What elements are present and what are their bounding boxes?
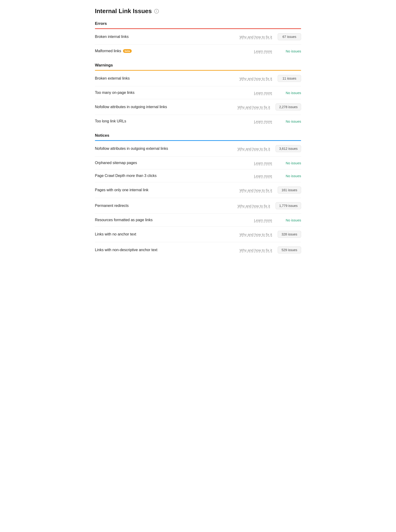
issue-actions: Learn moreNo issues xyxy=(254,119,301,123)
learn-more-link[interactable]: Learn more xyxy=(254,91,272,95)
learn-more-link[interactable]: Learn more xyxy=(254,218,272,222)
issue-name-text: Broken internal links xyxy=(95,35,129,39)
issue-name-text: Permanent redirects xyxy=(95,204,129,208)
issue-name-text: Links with no anchor text xyxy=(95,232,136,236)
issue-name-text: Resources formatted as page links xyxy=(95,218,152,222)
no-issues-label: No issues xyxy=(278,161,301,165)
issue-actions: Why and how to fix it529 issues xyxy=(240,246,301,254)
no-issues-label: No issues xyxy=(278,174,301,178)
issues-badge[interactable]: 1,779 issues xyxy=(276,202,301,209)
issue-name: Resources formatted as page links xyxy=(95,218,254,222)
section-header-warnings: Warnings xyxy=(95,63,301,71)
no-issues-label: No issues xyxy=(278,218,301,222)
issue-row: Links with no anchor textWhy and how to … xyxy=(95,226,301,242)
issue-name: Pages with only one internal link xyxy=(95,188,240,192)
issue-name-text: Too many on-page links xyxy=(95,91,134,95)
issue-name: Page Crawl Depth more than 3 clicks xyxy=(95,174,254,178)
issue-actions: Why and how to fix it161 issues xyxy=(240,187,301,193)
issue-name-text: Malformed links xyxy=(95,49,121,53)
why-fix-link[interactable]: Why and how to fix it xyxy=(240,232,272,236)
why-fix-link[interactable]: Why and how to fix it xyxy=(240,35,272,39)
issue-row: Too many on-page linksLearn moreNo issue… xyxy=(95,86,301,99)
info-icon[interactable]: i xyxy=(154,9,159,14)
issue-name-text: Pages with only one internal link xyxy=(95,188,149,192)
issue-row: Permanent redirectsWhy and how to fix it… xyxy=(95,198,301,214)
issue-name: Orphaned sitemap pages xyxy=(95,161,254,165)
no-issues-label: No issues xyxy=(278,91,301,95)
beta-badge: beta xyxy=(123,49,132,53)
issue-name: Broken internal links xyxy=(95,35,240,39)
issue-name: Links with non-descriptive anchor text xyxy=(95,248,240,252)
why-fix-link[interactable]: Why and how to fix it xyxy=(240,188,272,192)
no-issues-label: No issues xyxy=(278,119,301,123)
learn-more-link[interactable]: Learn more xyxy=(254,174,272,178)
section-label-notices: Notices xyxy=(95,133,301,140)
sections-container: ErrorsBroken internal linksWhy and how t… xyxy=(95,21,301,258)
section-label-warnings: Warnings xyxy=(95,63,301,70)
section-notices: NoticesNofollow attributes in outgoing e… xyxy=(95,133,301,258)
issue-name-text: Links with non-descriptive anchor text xyxy=(95,248,157,252)
issue-name-text: Page Crawl Depth more than 3 clicks xyxy=(95,174,157,178)
section-header-errors: Errors xyxy=(95,21,301,29)
why-fix-link[interactable]: Why and how to fix it xyxy=(238,204,270,208)
page-header: Internal Link Issues i xyxy=(95,7,301,15)
learn-more-link[interactable]: Learn more xyxy=(254,161,272,165)
section-label-errors: Errors xyxy=(95,21,301,28)
learn-more-link[interactable]: Learn more xyxy=(254,49,272,53)
issues-badge[interactable]: 11 issues xyxy=(278,75,301,82)
issue-actions: Learn moreNo issues xyxy=(254,91,301,95)
issue-actions: Why and how to fix it67 issues xyxy=(240,33,301,40)
why-fix-link[interactable]: Why and how to fix it xyxy=(240,248,272,252)
issues-badge[interactable]: 67 issues xyxy=(278,33,301,40)
issue-name: Broken external links xyxy=(95,76,240,80)
issue-name-text: Nofollow attributes in outgoing external… xyxy=(95,147,168,151)
issue-actions: Why and how to fix it3,612 issues xyxy=(238,145,301,152)
issue-row: Pages with only one internal linkWhy and… xyxy=(95,182,301,198)
issue-actions: Why and how to fix it11 issues xyxy=(240,75,301,82)
section-errors: ErrorsBroken internal linksWhy and how t… xyxy=(95,21,301,57)
issue-actions: Learn moreNo issues xyxy=(254,218,301,222)
issues-badge[interactable]: 2,278 issues xyxy=(276,103,301,110)
issue-row: Broken external linksWhy and how to fix … xyxy=(95,71,301,86)
why-fix-link[interactable]: Why and how to fix it xyxy=(240,77,272,80)
issues-badge[interactable]: 529 issues xyxy=(278,246,301,254)
issue-name: Links with no anchor text xyxy=(95,232,240,236)
why-fix-link[interactable]: Why and how to fix it xyxy=(238,105,270,109)
issue-name: Too many on-page links xyxy=(95,91,254,95)
why-fix-link[interactable]: Why and how to fix it xyxy=(238,147,270,151)
issue-name-text: Orphaned sitemap pages xyxy=(95,161,137,165)
issue-actions: Learn moreNo issues xyxy=(254,174,301,178)
issue-actions: Learn moreNo issues xyxy=(254,49,301,53)
issue-actions: Learn moreNo issues xyxy=(254,161,301,165)
issue-actions: Why and how to fix it1,779 issues xyxy=(238,202,301,209)
issue-row: Page Crawl Depth more than 3 clicksLearn… xyxy=(95,170,301,182)
issue-name-text: Nofollow attributes in outgoing internal… xyxy=(95,105,167,109)
page-title: Internal Link Issues xyxy=(95,7,152,15)
issue-row: Links with non-descriptive anchor textWh… xyxy=(95,242,301,258)
issue-name: Too long link URLs xyxy=(95,119,254,123)
issues-badge[interactable]: 161 issues xyxy=(278,187,301,193)
issue-actions: Why and how to fix it328 issues xyxy=(240,231,301,238)
issue-row: Nofollow attributes in outgoing internal… xyxy=(95,99,301,115)
issue-row: Resources formatted as page linksLearn m… xyxy=(95,214,301,226)
issue-actions: Why and how to fix it2,278 issues xyxy=(238,103,301,110)
issue-name-text: Broken external links xyxy=(95,76,130,80)
issue-name: Malformed linksbeta xyxy=(95,49,254,53)
issues-badge[interactable]: 3,612 issues xyxy=(276,145,301,152)
issue-row: Broken internal linksWhy and how to fix … xyxy=(95,29,301,45)
issue-name-text: Too long link URLs xyxy=(95,119,126,123)
issue-name: Nofollow attributes in outgoing external… xyxy=(95,147,238,151)
issue-name: Nofollow attributes in outgoing internal… xyxy=(95,105,238,109)
issue-row: Orphaned sitemap pagesLearn moreNo issue… xyxy=(95,157,301,170)
issue-row: Malformed linksbetaLearn moreNo issues xyxy=(95,45,301,57)
issue-row: Too long link URLsLearn moreNo issues xyxy=(95,115,301,128)
section-header-notices: Notices xyxy=(95,133,301,141)
issue-name: Permanent redirects xyxy=(95,204,238,208)
issue-row: Nofollow attributes in outgoing external… xyxy=(95,141,301,157)
issues-badge[interactable]: 328 issues xyxy=(278,231,301,238)
section-warnings: WarningsBroken external linksWhy and how… xyxy=(95,63,301,128)
no-issues-label: No issues xyxy=(278,49,301,53)
learn-more-link[interactable]: Learn more xyxy=(254,119,272,123)
